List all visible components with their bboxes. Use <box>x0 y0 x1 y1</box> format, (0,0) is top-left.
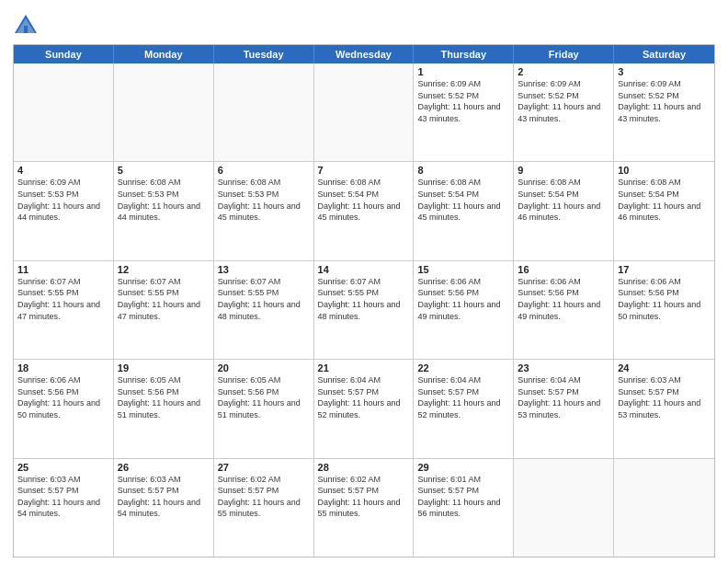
day-info: Sunrise: 6:06 AM Sunset: 5:56 PM Dayligh… <box>618 276 711 322</box>
calendar-cell <box>14 63 114 161</box>
day-number: 6 <box>218 165 310 176</box>
calendar-cell <box>214 63 314 161</box>
calendar-cell: 7Sunrise: 6:08 AM Sunset: 5:54 PM Daylig… <box>314 162 415 259</box>
calendar-cell: 13Sunrise: 6:07 AM Sunset: 5:55 PM Dayli… <box>214 261 314 359</box>
day-number: 11 <box>17 264 109 275</box>
calendar-cell <box>614 459 714 557</box>
day-number: 1 <box>417 66 509 77</box>
day-info: Sunrise: 6:08 AM Sunset: 5:54 PM Dayligh… <box>518 177 609 223</box>
day-number: 3 <box>618 66 711 77</box>
day-info: Sunrise: 6:08 AM Sunset: 5:54 PM Dayligh… <box>318 177 410 223</box>
calendar-cell: 22Sunrise: 6:04 AM Sunset: 5:57 PM Dayli… <box>414 360 514 457</box>
logo <box>13 13 42 39</box>
calendar-cell: 3Sunrise: 6:09 AM Sunset: 5:52 PM Daylig… <box>614 63 714 161</box>
calendar-day-header: Thursday <box>414 45 514 63</box>
day-number: 27 <box>218 462 310 473</box>
day-info: Sunrise: 6:09 AM Sunset: 5:52 PM Dayligh… <box>417 78 509 124</box>
calendar-cell: 6Sunrise: 6:08 AM Sunset: 5:53 PM Daylig… <box>214 162 314 259</box>
calendar-cell: 25Sunrise: 6:03 AM Sunset: 5:57 PM Dayli… <box>14 459 114 557</box>
calendar-cell: 27Sunrise: 6:02 AM Sunset: 5:57 PM Dayli… <box>214 459 314 557</box>
calendar-cell: 11Sunrise: 6:07 AM Sunset: 5:55 PM Dayli… <box>14 261 114 359</box>
day-number: 29 <box>417 462 509 473</box>
calendar-cell: 23Sunrise: 6:04 AM Sunset: 5:57 PM Dayli… <box>514 360 614 457</box>
calendar-cell: 26Sunrise: 6:03 AM Sunset: 5:57 PM Dayli… <box>114 459 214 557</box>
page: SundayMondayTuesdayWednesdayThursdayFrid… <box>0 0 728 563</box>
calendar-cell: 19Sunrise: 6:05 AM Sunset: 5:56 PM Dayli… <box>114 360 214 457</box>
calendar-cell: 16Sunrise: 6:06 AM Sunset: 5:56 PM Dayli… <box>514 261 614 359</box>
calendar: SundayMondayTuesdayWednesdayThursdayFrid… <box>13 44 715 557</box>
day-number: 2 <box>518 66 609 77</box>
day-info: Sunrise: 6:06 AM Sunset: 5:56 PM Dayligh… <box>417 276 509 322</box>
day-number: 9 <box>518 165 609 176</box>
day-info: Sunrise: 6:06 AM Sunset: 5:56 PM Dayligh… <box>17 374 109 420</box>
day-number: 23 <box>518 362 609 373</box>
calendar-day-header: Monday <box>114 45 214 63</box>
calendar-day-header: Friday <box>514 45 614 63</box>
day-number: 18 <box>17 362 109 373</box>
day-info: Sunrise: 6:09 AM Sunset: 5:52 PM Dayligh… <box>518 78 609 124</box>
calendar-cell: 4Sunrise: 6:09 AM Sunset: 5:53 PM Daylig… <box>14 162 114 259</box>
day-number: 21 <box>318 362 410 373</box>
calendar-row: 25Sunrise: 6:03 AM Sunset: 5:57 PM Dayli… <box>14 458 714 557</box>
day-number: 20 <box>218 362 310 373</box>
calendar-cell: 9Sunrise: 6:08 AM Sunset: 5:54 PM Daylig… <box>514 162 614 259</box>
calendar-day-header: Sunday <box>14 45 114 63</box>
logo-icon <box>13 13 39 39</box>
calendar-cell: 24Sunrise: 6:03 AM Sunset: 5:57 PM Dayli… <box>614 360 714 457</box>
calendar-row: 1Sunrise: 6:09 AM Sunset: 5:52 PM Daylig… <box>14 63 714 161</box>
calendar-cell: 20Sunrise: 6:05 AM Sunset: 5:56 PM Dayli… <box>214 360 314 457</box>
calendar-cell: 2Sunrise: 6:09 AM Sunset: 5:52 PM Daylig… <box>514 63 614 161</box>
day-number: 25 <box>17 462 109 473</box>
day-number: 5 <box>118 165 210 176</box>
calendar-row: 4Sunrise: 6:09 AM Sunset: 5:53 PM Daylig… <box>14 161 714 259</box>
day-number: 28 <box>318 462 410 473</box>
day-number: 13 <box>218 264 310 275</box>
calendar-cell: 17Sunrise: 6:06 AM Sunset: 5:56 PM Dayli… <box>614 261 714 359</box>
day-info: Sunrise: 6:07 AM Sunset: 5:55 PM Dayligh… <box>118 276 210 322</box>
day-info: Sunrise: 6:09 AM Sunset: 5:53 PM Dayligh… <box>17 177 109 223</box>
calendar-cell: 18Sunrise: 6:06 AM Sunset: 5:56 PM Dayli… <box>14 360 114 457</box>
day-info: Sunrise: 6:04 AM Sunset: 5:57 PM Dayligh… <box>417 374 509 420</box>
calendar-row: 11Sunrise: 6:07 AM Sunset: 5:55 PM Dayli… <box>14 260 714 359</box>
day-number: 24 <box>618 362 711 373</box>
calendar-body: 1Sunrise: 6:09 AM Sunset: 5:52 PM Daylig… <box>14 63 714 557</box>
day-info: Sunrise: 6:07 AM Sunset: 5:55 PM Dayligh… <box>218 276 310 322</box>
day-info: Sunrise: 6:09 AM Sunset: 5:52 PM Dayligh… <box>618 78 711 124</box>
calendar-cell <box>114 63 214 161</box>
day-info: Sunrise: 6:03 AM Sunset: 5:57 PM Dayligh… <box>17 474 109 520</box>
day-info: Sunrise: 6:08 AM Sunset: 5:53 PM Dayligh… <box>118 177 210 223</box>
day-info: Sunrise: 6:07 AM Sunset: 5:55 PM Dayligh… <box>17 276 109 322</box>
day-info: Sunrise: 6:06 AM Sunset: 5:56 PM Dayligh… <box>518 276 609 322</box>
day-info: Sunrise: 6:08 AM Sunset: 5:54 PM Dayligh… <box>417 177 509 223</box>
day-info: Sunrise: 6:05 AM Sunset: 5:56 PM Dayligh… <box>118 374 210 420</box>
calendar-day-header: Tuesday <box>214 45 314 63</box>
calendar-cell: 28Sunrise: 6:02 AM Sunset: 5:57 PM Dayli… <box>314 459 415 557</box>
day-info: Sunrise: 6:02 AM Sunset: 5:57 PM Dayligh… <box>218 474 310 520</box>
header <box>13 9 715 39</box>
day-number: 16 <box>518 264 609 275</box>
day-number: 8 <box>417 165 509 176</box>
day-number: 10 <box>618 165 711 176</box>
day-info: Sunrise: 6:02 AM Sunset: 5:57 PM Dayligh… <box>318 474 410 520</box>
day-info: Sunrise: 6:03 AM Sunset: 5:57 PM Dayligh… <box>618 374 711 420</box>
calendar-row: 18Sunrise: 6:06 AM Sunset: 5:56 PM Dayli… <box>14 359 714 457</box>
calendar-day-header: Saturday <box>614 45 714 63</box>
calendar-cell: 15Sunrise: 6:06 AM Sunset: 5:56 PM Dayli… <box>414 261 514 359</box>
day-info: Sunrise: 6:07 AM Sunset: 5:55 PM Dayligh… <box>318 276 410 322</box>
calendar-header: SundayMondayTuesdayWednesdayThursdayFrid… <box>14 45 714 63</box>
day-info: Sunrise: 6:03 AM Sunset: 5:57 PM Dayligh… <box>118 474 210 520</box>
day-info: Sunrise: 6:04 AM Sunset: 5:57 PM Dayligh… <box>318 374 410 420</box>
day-number: 26 <box>118 462 210 473</box>
day-info: Sunrise: 6:04 AM Sunset: 5:57 PM Dayligh… <box>518 374 609 420</box>
day-info: Sunrise: 6:05 AM Sunset: 5:56 PM Dayligh… <box>218 374 310 420</box>
calendar-cell: 29Sunrise: 6:01 AM Sunset: 5:57 PM Dayli… <box>414 459 514 557</box>
day-number: 17 <box>618 264 711 275</box>
calendar-cell: 8Sunrise: 6:08 AM Sunset: 5:54 PM Daylig… <box>414 162 514 259</box>
day-number: 4 <box>17 165 109 176</box>
calendar-cell: 5Sunrise: 6:08 AM Sunset: 5:53 PM Daylig… <box>114 162 214 259</box>
calendar-cell: 1Sunrise: 6:09 AM Sunset: 5:52 PM Daylig… <box>414 63 514 161</box>
calendar-cell: 12Sunrise: 6:07 AM Sunset: 5:55 PM Dayli… <box>114 261 214 359</box>
day-info: Sunrise: 6:08 AM Sunset: 5:53 PM Dayligh… <box>218 177 310 223</box>
day-number: 14 <box>318 264 410 275</box>
calendar-cell <box>314 63 415 161</box>
